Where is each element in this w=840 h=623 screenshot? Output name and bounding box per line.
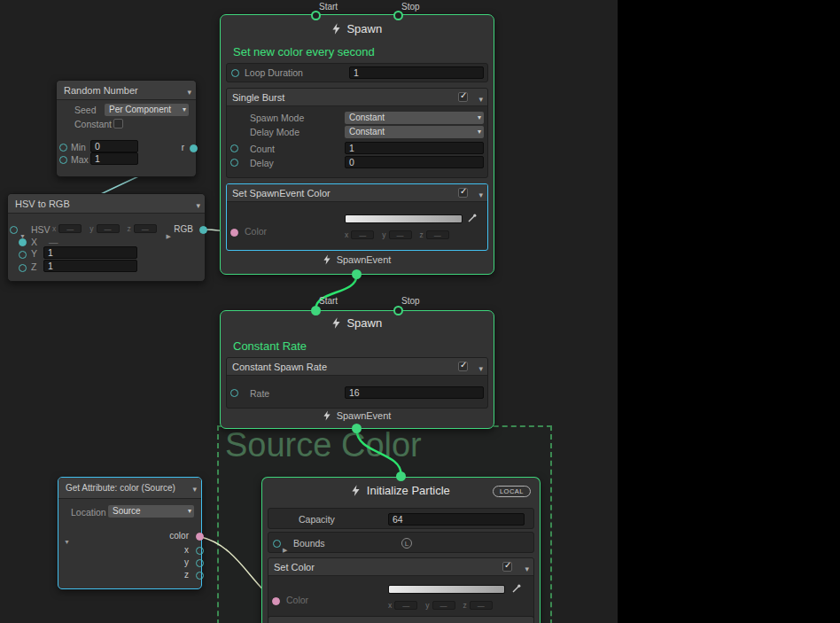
rate-field[interactable]: 16 bbox=[345, 386, 484, 399]
comp-z-field[interactable]: — bbox=[134, 224, 157, 233]
block-title: Set SpawnEvent Color bbox=[227, 184, 487, 202]
set-color-enabled-checkbox[interactable] bbox=[502, 562, 512, 572]
wire-spawnevent-to-initialize[interactable] bbox=[357, 430, 401, 474]
comp-x-field[interactable]: — bbox=[58, 224, 82, 233]
hsv-port[interactable] bbox=[10, 226, 18, 234]
node-subtitle: Set new color every second bbox=[233, 45, 375, 58]
chevron-down-icon[interactable] bbox=[196, 194, 200, 215]
z-port[interactable] bbox=[19, 264, 27, 272]
set-color-block[interactable]: Set Color Color x— y— z— bbox=[268, 557, 534, 623]
output-rgb-label: RGB bbox=[174, 224, 193, 234]
comp-y-field[interactable]: — bbox=[97, 224, 120, 233]
max-field[interactable]: 1 bbox=[90, 152, 138, 165]
min-field[interactable]: 0 bbox=[90, 140, 138, 152]
comp-z-label: z bbox=[420, 230, 424, 239]
comp-y-field[interactable]: — bbox=[389, 230, 412, 239]
initialize-input-port[interactable] bbox=[396, 471, 406, 481]
block-title: Single Burst bbox=[227, 89, 487, 106]
z-field[interactable]: 1 bbox=[43, 260, 137, 272]
delay-field[interactable]: 0 bbox=[345, 156, 484, 168]
y-field[interactable]: 1 bbox=[43, 246, 137, 259]
chevron-down-icon[interactable] bbox=[187, 81, 191, 102]
constant-spawn-rate-block[interactable]: Constant Spawn Rate Rate 16 bbox=[226, 357, 488, 409]
comp-y-field[interactable]: — bbox=[432, 601, 455, 610]
node-spawn-color[interactable]: Spawn Set new color every second Loop Du… bbox=[220, 14, 494, 275]
color-gradient-field[interactable] bbox=[345, 214, 463, 223]
comp-z-field[interactable]: — bbox=[470, 601, 493, 610]
comp-x-field[interactable]: — bbox=[394, 601, 417, 610]
count-label: Count bbox=[250, 144, 275, 154]
output-r-port[interactable] bbox=[190, 144, 198, 152]
vfx-graph-canvas[interactable]: Source Color Random Number Seed Per Comp… bbox=[0, 0, 840, 623]
next-block-header-partial bbox=[268, 616, 534, 623]
output-z-port[interactable] bbox=[196, 572, 204, 580]
node-hsv-to-rgb[interactable]: HSV to RGB HSV x— y— z— X — Y 1 Z 1 RGB bbox=[7, 193, 206, 282]
expander-icon[interactable] bbox=[64, 532, 70, 548]
color-gradient-field[interactable] bbox=[388, 585, 505, 594]
node-spawn-rate[interactable]: Spawn Constant Rate Constant Spawn Rate … bbox=[220, 310, 494, 429]
loop-duration-field[interactable]: 1 bbox=[349, 66, 484, 79]
node-get-attribute-color[interactable]: Get Attribute: color (Source) Location S… bbox=[58, 477, 202, 589]
spawnevent-label: SpawnEvent bbox=[337, 254, 392, 265]
comp-z-label: z bbox=[128, 224, 131, 233]
spawn1-spawnevent-port[interactable] bbox=[352, 269, 362, 279]
single-burst-enabled-checkbox[interactable] bbox=[458, 92, 468, 102]
location-label: Location bbox=[71, 507, 106, 518]
output-y-port[interactable] bbox=[196, 559, 204, 567]
expander-icon[interactable] bbox=[167, 226, 171, 242]
constant-checkbox[interactable] bbox=[113, 119, 123, 128]
y-port[interactable] bbox=[19, 251, 27, 259]
count-port[interactable] bbox=[230, 144, 238, 152]
chevron-down-icon[interactable] bbox=[478, 88, 483, 109]
eyedropper-icon[interactable] bbox=[512, 584, 521, 593]
spawn2-spawnevent-port[interactable] bbox=[352, 424, 362, 433]
output-rgb-port[interactable] bbox=[199, 226, 207, 234]
spawn1-stop-port[interactable] bbox=[393, 11, 403, 20]
node-random-number[interactable]: Random Number Seed Per Component Constan… bbox=[56, 80, 197, 177]
expander-icon[interactable] bbox=[283, 540, 287, 556]
output-color-label: color bbox=[169, 531, 189, 541]
spawn2-start-port[interactable] bbox=[311, 306, 321, 315]
set-spawnevent-color-block[interactable]: Set SpawnEvent Color Color x— y— z— bbox=[226, 183, 488, 251]
color-components: x— y— z— bbox=[345, 230, 457, 239]
comp-x-label: x bbox=[388, 601, 392, 610]
bounds-link-badge[interactable]: L bbox=[401, 538, 412, 549]
color-port[interactable] bbox=[230, 229, 238, 237]
start-port-label: Start bbox=[319, 2, 338, 12]
rate-label: Rate bbox=[250, 388, 269, 399]
eyedropper-icon[interactable] bbox=[468, 214, 477, 222]
max-port[interactable] bbox=[59, 156, 67, 164]
spawn2-stop-port[interactable] bbox=[393, 306, 403, 315]
chevron-down-icon[interactable] bbox=[525, 557, 529, 579]
comp-z-field[interactable]: — bbox=[426, 230, 449, 239]
count-field[interactable]: 1 bbox=[345, 142, 484, 154]
x-label: X bbox=[31, 237, 37, 247]
loop-duration-port[interactable] bbox=[231, 69, 239, 77]
single-burst-block[interactable]: Single Burst Spawn Mode Constant Delay M… bbox=[226, 88, 488, 178]
comp-y-label: y bbox=[425, 601, 429, 610]
output-x-port[interactable] bbox=[196, 547, 204, 555]
spawn-mode-dropdown[interactable]: Constant bbox=[345, 112, 484, 124]
chevron-down-icon[interactable] bbox=[192, 478, 197, 499]
hsv-label: HSV bbox=[31, 224, 51, 235]
spawn1-start-port[interactable] bbox=[311, 11, 321, 20]
output-color-port[interactable] bbox=[196, 533, 204, 541]
capacity-field[interactable]: 64 bbox=[388, 513, 525, 526]
node-title: Get Attribute: color (Source) bbox=[58, 478, 201, 499]
bounds-port[interactable] bbox=[273, 540, 281, 548]
location-dropdown[interactable]: Source bbox=[108, 505, 194, 518]
seed-dropdown[interactable]: Per Component bbox=[105, 104, 189, 116]
color-port[interactable] bbox=[272, 597, 280, 605]
min-port[interactable] bbox=[59, 144, 67, 152]
chevron-down-icon[interactable] bbox=[478, 183, 483, 205]
constant-spawn-rate-enabled-checkbox[interactable] bbox=[458, 362, 468, 371]
delay-port[interactable] bbox=[230, 159, 238, 167]
chevron-down-icon[interactable] bbox=[478, 357, 483, 378]
max-label: Max bbox=[71, 154, 89, 165]
comp-x-field[interactable]: — bbox=[351, 230, 374, 239]
rate-port[interactable] bbox=[230, 389, 238, 397]
x-port[interactable] bbox=[19, 238, 27, 246]
delay-mode-dropdown[interactable]: Constant bbox=[345, 126, 484, 138]
node-initialize-particle[interactable]: Initialize Particle LOCAL Capacity 64 Bo… bbox=[261, 477, 541, 623]
set-spawnevent-color-enabled-checkbox[interactable] bbox=[458, 188, 468, 198]
